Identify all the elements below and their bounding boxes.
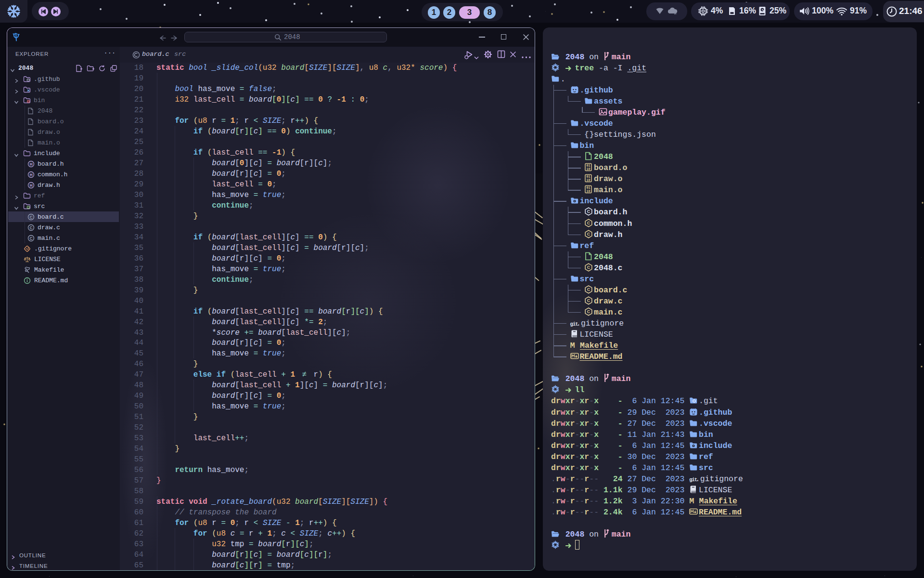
svg-text:C: C bbox=[587, 287, 590, 292]
svg-text:C: C bbox=[587, 309, 590, 314]
svg-text:C: C bbox=[587, 210, 590, 214]
svg-text:H: H bbox=[29, 162, 32, 167]
svg-text:C: C bbox=[587, 298, 590, 303]
svg-text:C: C bbox=[587, 265, 590, 270]
svg-text:C: C bbox=[29, 215, 32, 220]
svg-text:C: C bbox=[29, 236, 32, 241]
svg-text:10: 10 bbox=[587, 168, 590, 171]
svg-text:10: 10 bbox=[587, 190, 590, 193]
svg-text:C: C bbox=[587, 221, 590, 225]
svg-text:H: H bbox=[29, 183, 32, 188]
svg-text:H: H bbox=[29, 172, 32, 177]
svg-text:C: C bbox=[29, 225, 32, 230]
svg-text:C: C bbox=[587, 232, 590, 236]
svg-text:10: 10 bbox=[587, 179, 590, 182]
